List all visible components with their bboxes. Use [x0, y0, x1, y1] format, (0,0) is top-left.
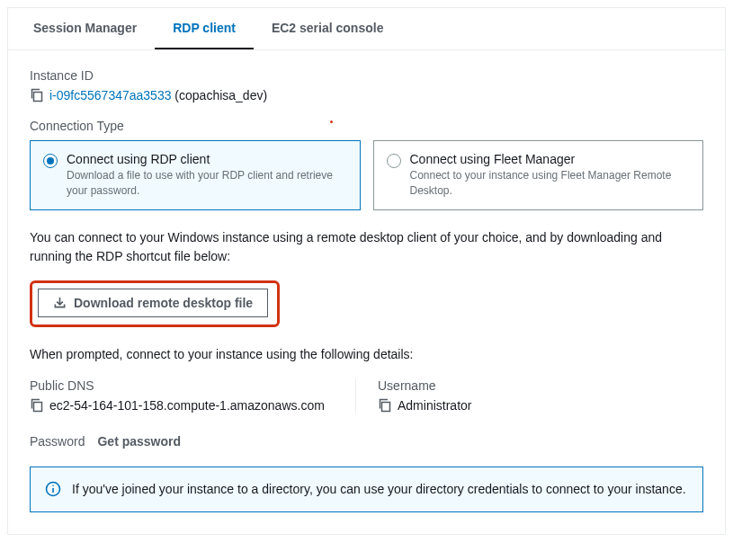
radio-fleet-manager[interactable] [387, 154, 401, 168]
connection-type-options: Connect using RDP client Download a file… [30, 140, 703, 210]
username-value: Administrator [398, 398, 471, 413]
info-text: If you've joined your instance to a dire… [72, 480, 686, 499]
public-dns-value: ec2-54-164-101-158.compute-1.amazonaws.c… [49, 398, 325, 413]
public-dns-col: Public DNS ec2-54-164-101-158.compute-1.… [30, 378, 355, 413]
tab-ec2-serial-console[interactable]: EC2 serial console [254, 8, 402, 49]
download-remote-desktop-button[interactable]: Download remote desktop file [38, 289, 268, 317]
download-icon [53, 296, 67, 309]
option-rdp-desc: Download a file to use with your RDP cli… [67, 168, 347, 199]
intro-text: You can connect to your Windows instance… [30, 228, 703, 266]
username-label: Username [378, 378, 703, 393]
radio-rdp-client[interactable] [43, 154, 58, 168]
option-rdp-client[interactable]: Connect using RDP client Download a file… [30, 140, 361, 210]
option-fleet-manager[interactable]: Connect using Fleet Manager Connect to y… [373, 140, 704, 210]
details-row: Public DNS ec2-54-164-101-158.compute-1.… [30, 378, 703, 413]
prompt-text: When prompted, connect to your instance … [30, 345, 703, 364]
instance-id-label: Instance ID [30, 68, 703, 83]
connection-type-label: Connection Type [30, 119, 703, 133]
instance-id-link[interactable]: i-09fc5567347aa3533 [49, 88, 171, 102]
connect-panel: Session Manager RDP client EC2 serial co… [7, 7, 726, 535]
info-box: If you've joined your instance to a dire… [30, 467, 703, 512]
download-highlight-box: Download remote desktop file [30, 280, 280, 327]
instance-id-row: i-09fc5567347aa3533 (copachisa_dev) [30, 88, 703, 102]
public-dns-label: Public DNS [30, 378, 355, 393]
download-button-label: Download remote desktop file [74, 296, 253, 310]
svg-point-5 [52, 484, 54, 486]
copy-icon[interactable] [30, 398, 44, 413]
tab-session-manager[interactable]: Session Manager [15, 8, 155, 49]
option-fleet-desc: Connect to your instance using Fleet Man… [410, 168, 691, 199]
info-icon [45, 481, 61, 497]
copy-icon[interactable] [378, 398, 392, 413]
copy-icon[interactable] [30, 88, 44, 102]
password-label: Password [30, 434, 85, 449]
tab-rdp-client[interactable]: RDP client [155, 8, 254, 49]
username-col: Username Administrator [355, 378, 703, 413]
instance-name-suffix: (copachisa_dev) [171, 88, 267, 102]
svg-rect-2 [382, 402, 390, 411]
option-rdp-title: Connect using RDP client [67, 152, 347, 166]
svg-rect-0 [34, 93, 42, 102]
red-dot-decoration [330, 120, 333, 123]
get-password-button[interactable]: Get password [97, 434, 181, 449]
password-row: Password Get password [30, 434, 703, 449]
option-fleet-title: Connect using Fleet Manager [410, 152, 691, 166]
tab-content: Instance ID i-09fc5567347aa3533 (copachi… [8, 50, 725, 534]
tabs-bar: Session Manager RDP client EC2 serial co… [8, 8, 725, 50]
svg-rect-1 [34, 402, 42, 411]
